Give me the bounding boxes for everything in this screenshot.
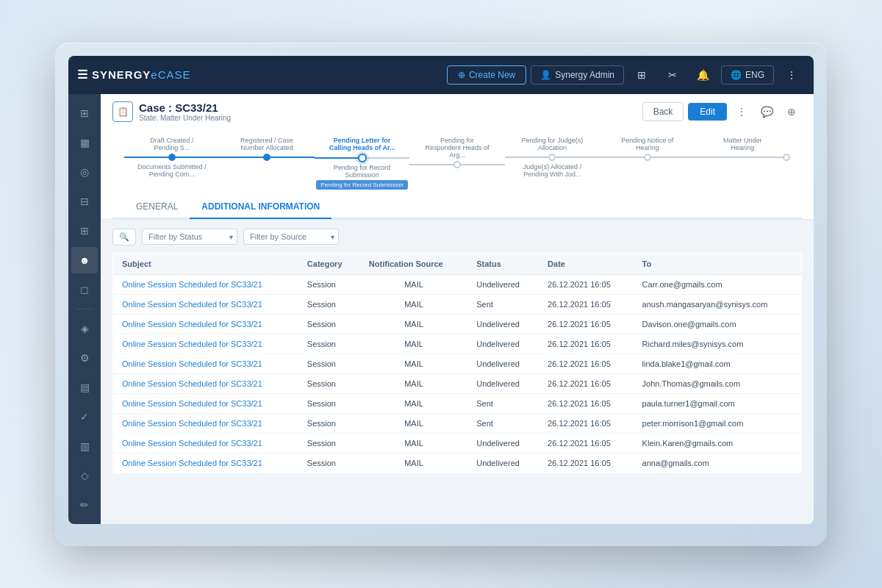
search-box: 🔍 bbox=[112, 229, 136, 245]
filter-status-select[interactable]: Filter by Status bbox=[142, 229, 237, 245]
case-actions: Back Edit ⋮ 💬 ⊕ bbox=[642, 101, 802, 122]
workflow-step-4-label: Pending for Respondent Heads of Arg... bbox=[424, 137, 490, 159]
filter-source-select[interactable]: Filter by Source bbox=[243, 229, 339, 245]
cell-to-4: linda.blake1@gmail.com bbox=[634, 354, 802, 373]
globe-icon: 🌐 bbox=[731, 70, 742, 80]
cell-status-0: Undelivered bbox=[467, 274, 539, 294]
cell-date-3: 26.12.2021 16:05 bbox=[539, 334, 634, 354]
tools-button[interactable]: ✂ bbox=[659, 62, 686, 88]
create-new-button[interactable]: ⊕ Create New bbox=[447, 65, 526, 85]
back-button[interactable]: Back bbox=[642, 102, 684, 121]
app-logo: SYNERGYeCASE bbox=[92, 68, 191, 81]
more-menu-button[interactable]: ⋮ bbox=[778, 62, 805, 88]
menu-icon[interactable]: ☰ bbox=[77, 68, 87, 82]
sidebar: ⊞ ▦ ◎ ⊟ ⊞ ☻ ◻ ◈ ⚙ ▤ ✓ ▥ ◇ ✏ bbox=[68, 94, 101, 524]
workflow-dot-6 bbox=[644, 154, 651, 161]
sidebar-item-edit[interactable]: ✏ bbox=[71, 492, 98, 518]
table-header: Subject Category Notification Source Sta… bbox=[113, 253, 802, 274]
cell-source-2: MAIL bbox=[360, 314, 467, 334]
sidebar-item-layers[interactable]: ▥ bbox=[71, 433, 98, 459]
cell-source-6: MAIL bbox=[360, 393, 467, 413]
case-title: Case : SC33/21 bbox=[139, 101, 231, 114]
case-title-row: 📋 Case : SC33/21 State: Matter Under Hea… bbox=[112, 101, 802, 122]
sidebar-item-location[interactable]: ◎ bbox=[71, 159, 98, 185]
cell-subject-7[interactable]: Online Session Scheduled for SC33/21 bbox=[113, 413, 298, 433]
workflow-step-3-sublabel: Pending for Record Submission bbox=[326, 164, 399, 179]
workflow-step-5-label: Pending for Judge(s) Allocation bbox=[519, 137, 585, 151]
cell-date-7: 26.12.2021 16:05 bbox=[539, 413, 634, 433]
cell-date-9: 26.12.2021 16:05 bbox=[539, 453, 634, 473]
sidebar-divider bbox=[76, 309, 93, 309]
cell-subject-3[interactable]: Online Session Scheduled for SC33/21 bbox=[113, 334, 298, 354]
table-row: Online Session Scheduled for SC33/21 Ses… bbox=[113, 354, 802, 373]
tabs-row: GENERAL ADDITIONAL INFORMATION bbox=[112, 196, 802, 219]
table-row: Online Session Scheduled for SC33/21 Ses… bbox=[113, 453, 802, 473]
cell-to-3: Richard.miles@synisys.com bbox=[634, 334, 802, 354]
cell-to-9: anna@gmails.com bbox=[634, 453, 802, 473]
table-row: Online Session Scheduled for SC33/21 Ses… bbox=[113, 294, 802, 314]
user-menu-button[interactable]: 👤 Synergy Admin bbox=[531, 65, 624, 85]
notifications-button[interactable]: 🔔 bbox=[690, 62, 717, 88]
cell-date-2: 26.12.2021 16:05 bbox=[539, 314, 634, 334]
workflow-step-5-sublabel: Judge(s) Allocated / Pending With Jud... bbox=[515, 163, 589, 178]
cell-category-9: Session bbox=[298, 453, 360, 473]
sidebar-item-settings[interactable]: ⚙ bbox=[71, 345, 98, 371]
cell-date-0: 26.12.2021 16:05 bbox=[539, 274, 634, 294]
cell-category-1: Session bbox=[298, 294, 360, 314]
cell-category-6: Session bbox=[298, 393, 360, 413]
sidebar-item-document[interactable]: ◻ bbox=[71, 276, 98, 303]
grid-view-button[interactable]: ⊞ bbox=[628, 62, 655, 88]
table-row: Online Session Scheduled for SC33/21 Ses… bbox=[113, 373, 802, 393]
workflow-step-1-label: Draft Created / Pending S... bbox=[139, 137, 205, 151]
cell-source-0: MAIL bbox=[360, 274, 467, 294]
cell-status-6: Sent bbox=[467, 393, 539, 413]
table-row: Online Session Scheduled for SC33/21 Ses… bbox=[113, 274, 802, 294]
col-to: To bbox=[634, 253, 802, 274]
chat-button[interactable]: 💬 bbox=[756, 101, 777, 122]
cell-category-7: Session bbox=[298, 413, 360, 433]
workflow-dot-3-active bbox=[358, 154, 367, 162]
cell-subject-2[interactable]: Online Session Scheduled for SC33/21 bbox=[113, 314, 298, 334]
cell-subject-4[interactable]: Online Session Scheduled for SC33/21 bbox=[113, 354, 298, 373]
table-row: Online Session Scheduled for SC33/21 Ses… bbox=[113, 393, 802, 413]
cell-subject-9[interactable]: Online Session Scheduled for SC33/21 bbox=[113, 453, 298, 473]
tab-general[interactable]: GENERAL bbox=[124, 196, 190, 219]
cell-status-4: Undelivered bbox=[467, 354, 539, 373]
add-button[interactable]: ⊕ bbox=[781, 101, 802, 122]
col-category: Category bbox=[298, 253, 360, 274]
sidebar-item-people[interactable]: ☻ bbox=[71, 247, 98, 273]
tab-additional-information[interactable]: ADDITIONAL INFORMATION bbox=[190, 196, 331, 219]
notifications-table: Subject Category Notification Source Sta… bbox=[112, 253, 802, 473]
table-row: Online Session Scheduled for SC33/21 Ses… bbox=[113, 334, 802, 354]
cell-status-1: Sent bbox=[467, 294, 539, 314]
cell-status-5: Undelivered bbox=[467, 373, 539, 393]
col-date: Date bbox=[539, 253, 634, 274]
cell-subject-1[interactable]: Online Session Scheduled for SC33/21 bbox=[113, 294, 298, 314]
cell-subject-5[interactable]: Online Session Scheduled for SC33/21 bbox=[113, 373, 298, 393]
workflow-step-1-sublabel: Documents Submitted / Pending Com... bbox=[135, 163, 209, 178]
cell-source-4: MAIL bbox=[360, 354, 467, 373]
cell-date-8: 26.12.2021 16:05 bbox=[539, 433, 634, 453]
table-row: Online Session Scheduled for SC33/21 Ses… bbox=[113, 413, 802, 433]
sidebar-item-home[interactable]: ⊞ bbox=[71, 100, 98, 126]
sidebar-item-chart[interactable]: ▤ bbox=[71, 374, 98, 401]
cell-subject-0[interactable]: Online Session Scheduled for SC33/21 bbox=[113, 274, 298, 294]
sidebar-item-files[interactable]: ⊞ bbox=[71, 218, 98, 244]
cell-status-2: Undelivered bbox=[467, 314, 539, 334]
sidebar-item-briefcase[interactable]: ⊟ bbox=[71, 188, 98, 215]
main-content: 📋 Case : SC33/21 State: Matter Under Hea… bbox=[101, 94, 814, 524]
sidebar-item-notifications[interactable]: ◇ bbox=[71, 462, 98, 489]
sidebar-item-shield[interactable]: ◈ bbox=[71, 315, 98, 342]
cell-subject-8[interactable]: Online Session Scheduled for SC33/21 bbox=[113, 433, 298, 453]
cell-source-9: MAIL bbox=[360, 453, 467, 473]
sidebar-item-analytics[interactable]: ▦ bbox=[71, 129, 98, 156]
logo-area: ☰ SYNERGYeCASE bbox=[77, 68, 447, 82]
sidebar-item-checklist[interactable]: ✓ bbox=[71, 404, 98, 430]
language-button[interactable]: 🌐 ENG bbox=[721, 65, 774, 85]
case-header: 📋 Case : SC33/21 State: Matter Under Hea… bbox=[101, 94, 814, 220]
cell-subject-6[interactable]: Online Session Scheduled for SC33/21 bbox=[113, 393, 298, 413]
edit-button[interactable]: Edit bbox=[688, 103, 727, 121]
table-row: Online Session Scheduled for SC33/21 Ses… bbox=[113, 314, 802, 334]
more-options-button[interactable]: ⋮ bbox=[731, 101, 752, 122]
table-body: Online Session Scheduled for SC33/21 Ses… bbox=[113, 274, 802, 473]
